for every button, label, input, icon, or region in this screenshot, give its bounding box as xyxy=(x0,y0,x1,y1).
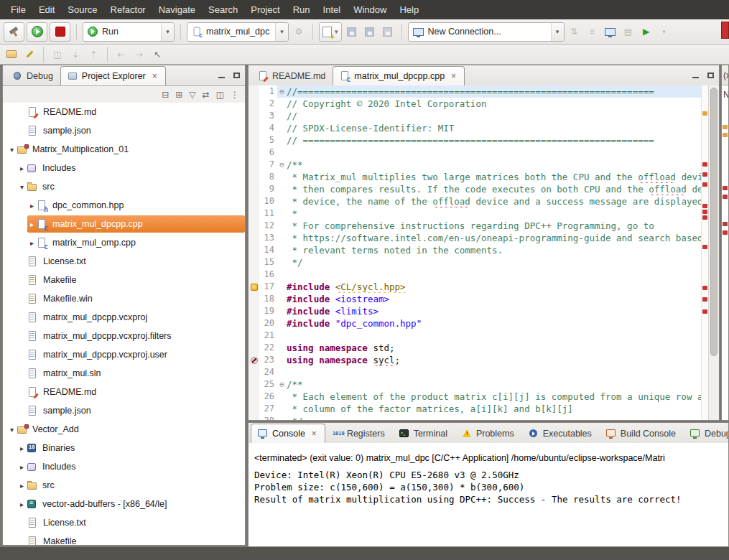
code-line[interactable]: 10 * device, the name of the offload dev… xyxy=(249,195,701,207)
tree-item-makefile[interactable]: Makefile xyxy=(3,271,245,289)
editor-tab-matrix-mul-dpcpp-cpp[interactable]: matrix_mul_dpcpp.cpp× xyxy=(333,66,465,85)
tree-item-includes[interactable]: ▸Includes xyxy=(3,159,245,177)
toggle-mark-button[interactable]: ◫ xyxy=(50,46,65,63)
annotation-mark[interactable] xyxy=(702,245,707,249)
twistie-icon[interactable]: ▸ xyxy=(27,220,37,228)
menu-item-window[interactable]: Window xyxy=(347,0,393,19)
stop-marker-icon[interactable] xyxy=(251,357,258,364)
tree-item-sample-json[interactable]: sample.json xyxy=(3,121,245,140)
twistie-icon[interactable]: ▸ xyxy=(17,463,27,471)
console-tab-build-console[interactable]: Build Console xyxy=(599,424,683,443)
console-tab-terminal[interactable]: Terminal xyxy=(392,424,455,443)
link-editor-icon[interactable]: ⇄ xyxy=(203,90,210,100)
resume-button[interactable] xyxy=(27,22,47,42)
code-line[interactable]: 3// xyxy=(249,110,701,122)
console-tab-console[interactable]: Console× xyxy=(251,424,325,443)
twistie-icon[interactable]: ▾ xyxy=(17,183,27,191)
new-connection-combo[interactable]: New Connection... ▾ xyxy=(408,22,565,42)
chevron-down-icon[interactable]: ▾ xyxy=(275,23,288,41)
right-panel-tab[interactable]: (x xyxy=(722,65,728,85)
console-tab-debugger-console[interactable]: Debugger Console xyxy=(683,424,728,443)
minimize-button[interactable] xyxy=(218,71,226,79)
code-line[interactable]: 4// SPDX-License-Identifier: MIT xyxy=(249,122,701,134)
twistie-icon[interactable]: ▸ xyxy=(17,500,27,508)
tree-item-license-txt[interactable]: License.txt xyxy=(3,513,245,532)
scrollbar-thumb[interactable] xyxy=(710,88,718,356)
code-line[interactable]: 27 * column of the factor matrices, a[i]… xyxy=(249,403,701,415)
back-button[interactable]: ⇠ xyxy=(113,46,129,63)
twistie-icon[interactable]: ▸ xyxy=(27,202,37,210)
editor-scrollbar[interactable] xyxy=(708,85,719,420)
tree-item-includes[interactable]: ▸Includes xyxy=(3,457,245,476)
annotation-mark[interactable] xyxy=(702,111,707,116)
tree-item-makefile-win[interactable]: Makefile.win xyxy=(3,289,245,308)
save-button[interactable] xyxy=(344,23,360,40)
code-line[interactable]: 9 * then compares results. If the code e… xyxy=(249,183,701,195)
close-icon[interactable]: × xyxy=(151,73,159,80)
collapsed-right-panel[interactable]: (x N xyxy=(721,65,729,421)
code-line[interactable]: 24 xyxy=(249,366,701,378)
view-menu-icon[interactable]: ⋮ xyxy=(231,90,239,100)
chevron-down-icon[interactable]: ▾ xyxy=(551,23,564,41)
tree-item-src[interactable]: ▸src xyxy=(3,476,245,495)
menu-item-refactor[interactable]: Refactor xyxy=(104,0,152,19)
code-area[interactable]: 1⊖//====================================… xyxy=(249,85,701,420)
last-edit-button[interactable] xyxy=(22,46,37,63)
expand-all-icon[interactable]: ⊞ xyxy=(175,90,182,100)
fold-collapse-icon[interactable]: ⊖ xyxy=(279,160,284,169)
twistie-icon[interactable]: ▸ xyxy=(27,239,37,247)
annotation-mark[interactable] xyxy=(702,204,707,208)
twistie-icon[interactable]: ▾ xyxy=(7,426,17,434)
fold-collapse-icon[interactable]: ⊖ xyxy=(279,87,284,96)
save-all-button[interactable] xyxy=(362,23,378,40)
tree-item-readme-md[interactable]: README.md xyxy=(3,383,245,401)
fold-collapse-icon[interactable]: ⊖ xyxy=(279,380,284,389)
target-settings-button[interactable]: ⚙ xyxy=(291,23,307,40)
tree-item-makefile[interactable]: Makefile xyxy=(3,532,245,545)
instruction-stepping-button[interactable]: ≡ xyxy=(585,23,600,40)
tree-item-dpc-common-hpp[interactable]: ▸dpc_common.hpp xyxy=(3,196,245,215)
minimize-button[interactable] xyxy=(692,71,700,79)
code-line[interactable]: 18#include <iostream> xyxy=(249,293,701,305)
annotation-mark[interactable] xyxy=(702,297,707,302)
run-configuration-combo[interactable]: Run ▾ xyxy=(83,22,175,42)
menu-item-help[interactable]: Help xyxy=(393,0,425,19)
code-line[interactable]: 17#include <CL/sycl.hpp> xyxy=(249,281,701,293)
tree-item-matrix-mul-dpcpp-vcxproj-user[interactable]: matrix_mul_dpcpp.vcxproj.user xyxy=(3,345,245,364)
profile-button[interactable]: ▶ xyxy=(639,23,654,40)
menu-item-edit[interactable]: Edit xyxy=(32,0,61,19)
print-button[interactable] xyxy=(380,23,396,40)
close-icon[interactable]: × xyxy=(450,73,458,80)
code-line[interactable]: 6 xyxy=(249,146,701,159)
tree-item-vector-add-buffers-x86-64-le[interactable]: ▸vector-add-buffers - [x86_64/le] xyxy=(3,495,245,513)
tree-item-matrix-mul-sln[interactable]: matrix_mul.sln xyxy=(3,364,245,383)
build-button[interactable] xyxy=(4,22,24,42)
code-line[interactable]: 2// Copyright © 2020 Intel Corporation xyxy=(249,98,701,110)
code-line[interactable]: 21 xyxy=(249,330,701,342)
annotation-mark[interactable] xyxy=(702,210,707,214)
code-line[interactable]: 1⊖//====================================… xyxy=(249,85,701,98)
open-element-button[interactable] xyxy=(4,46,19,63)
filter-icon[interactable]: ▽ xyxy=(189,90,195,100)
annotation-mark[interactable] xyxy=(702,182,707,187)
code-line[interactable]: 7⊖/** xyxy=(249,159,701,171)
new-wizard-button[interactable]: ▾ xyxy=(319,22,342,42)
menu-item-run[interactable]: Run xyxy=(287,0,317,19)
console-tab-registers[interactable]: Registers xyxy=(325,424,392,443)
annotation-mark[interactable] xyxy=(702,162,707,167)
twistie-icon[interactable]: ▸ xyxy=(17,164,27,172)
menu-item-source[interactable]: Source xyxy=(61,0,103,19)
bulb-marker-icon[interactable] xyxy=(251,284,258,291)
code-line[interactable]: 23using namespace sycl; xyxy=(249,354,701,366)
code-line[interactable]: 5// ====================================… xyxy=(249,134,701,146)
remote-console-button[interactable] xyxy=(603,23,618,40)
prev-annotation-button[interactable]: ⇡ xyxy=(85,46,101,63)
clipped-toolbar-icon[interactable] xyxy=(721,22,729,39)
close-icon[interactable]: × xyxy=(310,430,318,438)
annotation-mark[interactable] xyxy=(702,172,707,177)
twistie-icon[interactable]: ▸ xyxy=(17,482,27,490)
code-line[interactable]: 22using namespace std; xyxy=(249,342,701,354)
code-line[interactable]: 14 * relevant terms noted in the comment… xyxy=(249,244,701,256)
tree-item-readme-md[interactable]: README.md xyxy=(3,103,245,121)
tree-item-matrix-mul-omp-cpp[interactable]: ▸matrix_mul_omp.cpp xyxy=(3,233,245,252)
